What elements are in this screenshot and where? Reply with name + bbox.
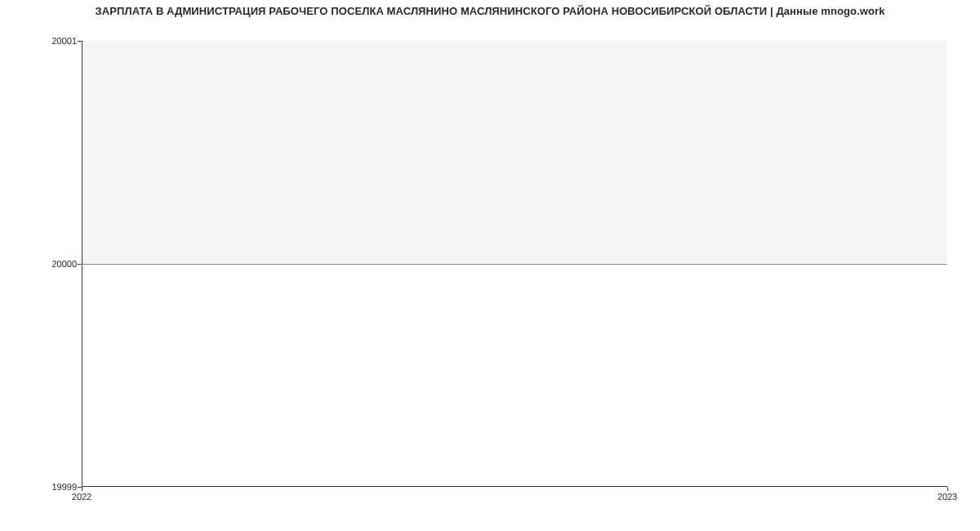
y-tick-label: 20001 (51, 36, 77, 46)
chart-title: ЗАРПЛАТА В АДМИНИСТРАЦИЯ РАБОЧЕГО ПОСЕЛК… (0, 5, 980, 17)
grid-band (82, 41, 947, 264)
x-tick-label: 2023 (938, 492, 957, 502)
x-axis (82, 486, 947, 487)
y-tick-label: 20000 (51, 259, 77, 269)
x-tick-label: 2022 (72, 492, 91, 502)
x-tick-mark (82, 487, 82, 491)
chart-container: ЗАРПЛАТА В АДМИНИСТРАЦИЯ РАБОЧЕГО ПОСЕЛК… (0, 0, 980, 531)
y-tick-label: 19999 (51, 482, 77, 492)
grid-band (82, 264, 947, 487)
plot-area (82, 41, 947, 487)
x-tick-mark (947, 487, 948, 491)
series-line (82, 264, 947, 265)
